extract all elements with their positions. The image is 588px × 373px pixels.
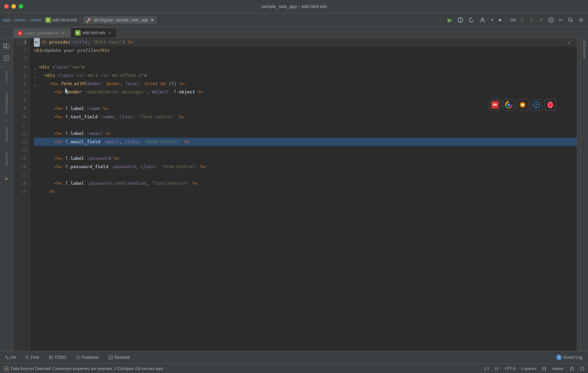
editor-scrollbar[interactable]: [577, 38, 580, 351]
code-token: [195, 88, 198, 96]
tab-edit-html-erb[interactable]: R edit.html.erb ✕: [71, 28, 117, 38]
event-log-label: Event Log: [564, 355, 582, 360]
fold-arrow-6[interactable]: ▾: [34, 82, 38, 86]
safari-icon[interactable]: [531, 99, 542, 111]
firefox-icon[interactable]: [517, 99, 529, 111]
code-token: render: [65, 88, 81, 96]
code-token: <%=: [54, 104, 62, 113]
separator-2: [506, 16, 506, 24]
code-editor[interactable]: A↑ <% provide ( :title , "Edit user" ) %…: [30, 38, 577, 351]
code-token: [62, 179, 65, 188]
fold-arrow-4[interactable]: ▾: [34, 65, 38, 69]
svg-line-28: [536, 103, 538, 105]
code-token: |: [174, 80, 177, 88]
chevron-down-icon: ▼: [150, 18, 154, 22]
step-icon: [468, 17, 475, 23]
fold-arrow-5[interactable]: ▾: [34, 73, 38, 78]
sidebar-item-commit[interactable]: Commit: [1, 68, 12, 89]
line-number-4: 4: [16, 63, 27, 71]
code-token: <%=: [54, 138, 62, 146]
code-token: [38, 138, 54, 146]
code-token: f: [65, 138, 68, 146]
code-token: ,: [146, 88, 152, 96]
code-token: email_field: [71, 138, 100, 146]
sidebar-item-pull-requests[interactable]: Pull Requests: [1, 90, 12, 117]
code-token: class=: [52, 63, 68, 71]
event-count-badge: 1: [556, 355, 562, 360]
step-over-button[interactable]: [467, 16, 476, 25]
code-token: [177, 80, 180, 88]
git-checkmark-button[interactable]: ✓: [518, 15, 526, 25]
sidebar-item-project[interactable]: [1, 41, 12, 52]
terminal-button[interactable]: Terminal: [107, 354, 132, 361]
code-token: "col-md-6 col-md-offset-3": [74, 71, 145, 80]
code-token: :email: [103, 138, 119, 146]
event-log-button[interactable]: 1 Event Log: [553, 354, 585, 361]
code-token: [58, 80, 61, 88]
tab-close-edit-html-erb[interactable]: ✕: [108, 30, 112, 35]
code-token: <%=: [54, 113, 62, 121]
code-token: :password: [111, 163, 135, 171]
cursor-marker: A↑: [34, 38, 40, 47]
breadcrumb-views[interactable]: views: [15, 17, 26, 22]
maximize-button[interactable]: [19, 4, 23, 9]
search-button[interactable]: [567, 16, 575, 24]
problems-label: Problems: [81, 355, 99, 360]
code-token: >: [82, 63, 85, 71]
git-push-button[interactable]: ↗: [537, 15, 544, 25]
right-sidebar-database-label[interactable]: Database: [582, 41, 587, 58]
erb-tab-icon: R: [75, 30, 81, 36]
code-line-4: ▾ <div class= "row" >: [34, 63, 577, 71]
sidebar-item-favorites[interactable]: Favorites: [1, 149, 12, 173]
rubymine-icon[interactable]: RM: [489, 99, 501, 111]
git-undo-button[interactable]: ↩: [558, 16, 564, 24]
close-button[interactable]: [4, 4, 9, 9]
code-token: Update your profile: [45, 46, 96, 55]
git-bottom-button[interactable]: Git: [3, 354, 18, 361]
breadcrumb-users[interactable]: users: [30, 17, 41, 22]
breadcrumb-file: R edit.html.erb: [45, 17, 77, 23]
run-config-label: db:migrate: sample_rails_app: [94, 18, 148, 22]
minimize-button[interactable]: [11, 4, 16, 9]
problems-button[interactable]: ! Problems: [74, 354, 101, 361]
code-token: [100, 104, 103, 113]
code-token: <div: [44, 71, 58, 80]
tab-users-controller[interactable]: R users_controller.rb ✕: [13, 28, 70, 38]
git-history-button[interactable]: [546, 16, 555, 25]
debug-button[interactable]: [456, 16, 465, 25]
profile-dropdown-button[interactable]: ▼: [489, 17, 495, 23]
run-button[interactable]: ▶: [446, 15, 454, 25]
tab-close-users-controller[interactable]: ✕: [61, 31, 66, 36]
code-token: <%=: [54, 129, 62, 138]
code-token: .: [68, 163, 71, 171]
breadcrumb-app[interactable]: app: [3, 17, 10, 22]
chrome-icon[interactable]: [503, 99, 515, 111]
code-token: [38, 154, 54, 163]
find-button[interactable]: Find: [23, 354, 41, 361]
todo-button[interactable]: TODO: [47, 354, 68, 361]
git-bottom-label: Git: [10, 355, 16, 360]
code-token: [38, 129, 54, 138]
run-config-selector[interactable]: 🚀 db:migrate: sample_rails_app ▼: [83, 16, 157, 24]
line-number-11: 11: [16, 121, 27, 129]
profile-button[interactable]: [478, 16, 487, 25]
stop-button[interactable]: ■: [497, 16, 503, 24]
code-line-17: [34, 171, 577, 179]
code-token: f: [65, 179, 68, 188]
code-token: [38, 113, 54, 121]
settings-button[interactable]: [577, 16, 585, 24]
code-token: [111, 154, 114, 163]
sidebar-item-structure[interactable]: Structure: [1, 124, 12, 148]
code-token: f: [65, 154, 68, 163]
code-token: <%: [41, 38, 47, 46]
git-commit-button[interactable]: ✓: [528, 15, 535, 25]
code-line-11: [34, 121, 577, 129]
opera-icon[interactable]: [544, 99, 556, 111]
find-label: Find: [31, 355, 39, 360]
sidebar-label-favorites: Favorites: [5, 152, 8, 166]
line-check-icon: ✓: [568, 38, 571, 46]
code-token: object:: [152, 88, 171, 96]
code-token: "Confirmation": [152, 179, 190, 188]
code-token: label: [71, 179, 84, 188]
sidebar-item-files[interactable]: [1, 53, 12, 64]
